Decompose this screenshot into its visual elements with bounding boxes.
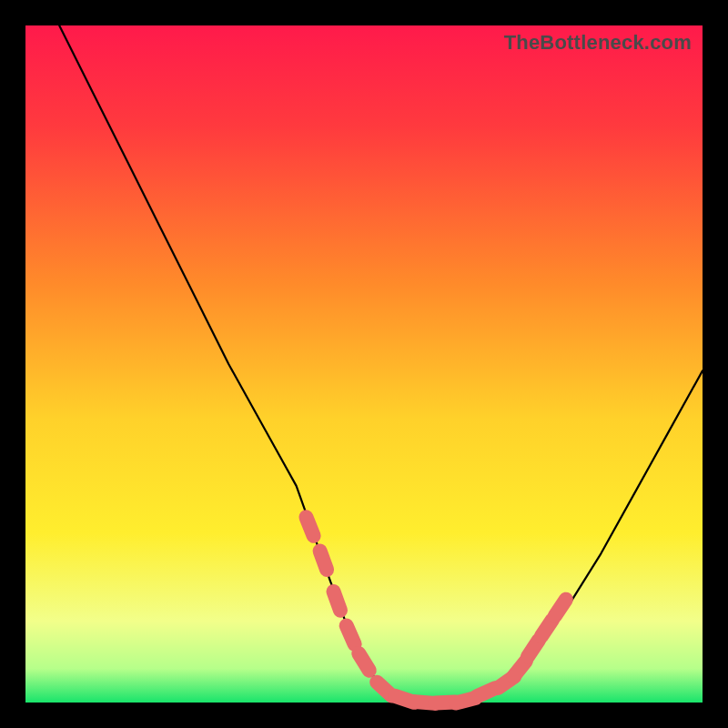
chart-frame: TheBottleneck.com <box>0 0 728 728</box>
bottleneck-curve <box>59 25 703 703</box>
curve-marker <box>513 661 526 676</box>
plot-area: TheBottleneck.com <box>25 25 703 703</box>
curve-marker <box>555 600 566 616</box>
chart-svg <box>25 25 703 703</box>
curve-marker <box>306 517 313 536</box>
curve-marker <box>528 640 539 656</box>
curve-marker <box>347 626 355 644</box>
curve-marker <box>334 592 341 611</box>
curve-marker <box>541 620 552 636</box>
marker-group <box>306 517 566 703</box>
curve-marker <box>320 551 328 570</box>
curve-marker <box>359 653 369 671</box>
